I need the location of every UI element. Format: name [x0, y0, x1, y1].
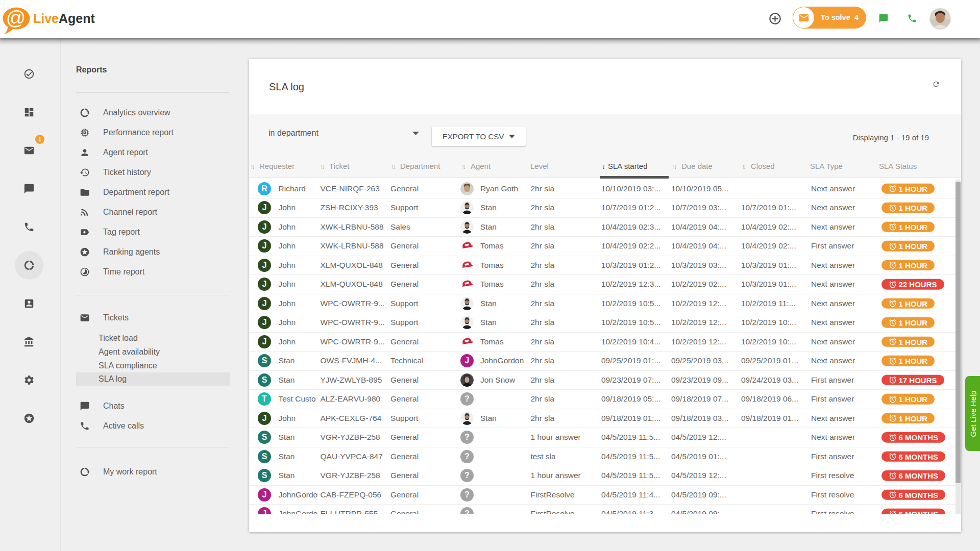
svg-text:@: @ [6, 7, 26, 29]
svg-text:LiveAgent: LiveAgent [33, 11, 95, 26]
